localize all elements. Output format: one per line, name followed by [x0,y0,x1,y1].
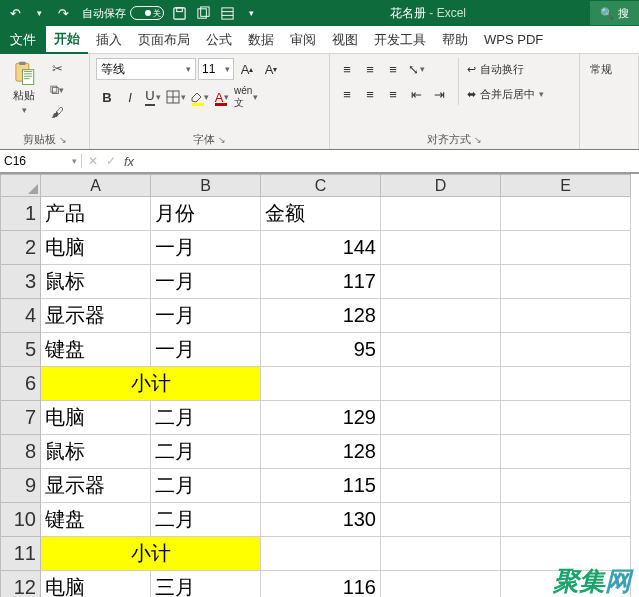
autosave-toggle[interactable]: 自动保存 关 [82,6,164,21]
align-right-button[interactable]: ≡ [382,83,404,105]
cell[interactable] [381,197,501,231]
format-painter-button[interactable]: 🖌 [46,102,68,122]
cell[interactable] [261,537,381,571]
save-icon[interactable] [170,4,188,22]
cell[interactable] [381,299,501,333]
cell[interactable]: 一月 [151,231,261,265]
row-header[interactable]: 8 [1,435,41,469]
cell[interactable] [501,265,631,299]
cell[interactable] [381,571,501,598]
cell[interactable] [501,299,631,333]
cell[interactable]: 130 [261,503,381,537]
cell[interactable] [381,333,501,367]
cell[interactable]: 115 [261,469,381,503]
cell[interactable] [501,469,631,503]
col-header-D[interactable]: D [381,175,501,197]
cell[interactable]: 电脑 [41,401,151,435]
cell[interactable]: 144 [261,231,381,265]
cell[interactable] [381,265,501,299]
font-color-button[interactable]: A▾ [211,86,233,108]
cell[interactable]: 116 [261,571,381,598]
cell[interactable] [501,197,631,231]
cell[interactable] [381,367,501,401]
cell[interactable]: 128 [261,435,381,469]
cell[interactable]: 小计 [41,367,261,401]
tab-1[interactable]: 插入 [88,26,130,54]
enter-icon[interactable]: ✓ [106,154,116,168]
copy-button[interactable]: ⧉▾ [46,80,68,100]
phonetic-button[interactable]: wén文▾ [234,86,258,108]
col-header-C[interactable]: C [261,175,381,197]
row-header[interactable]: 9 [1,469,41,503]
cell[interactable]: 三月 [151,571,261,598]
cell[interactable]: 显示器 [41,299,151,333]
col-header-E[interactable]: E [501,175,631,197]
name-box[interactable]: C16▾ [0,154,82,168]
cell[interactable]: 键盘 [41,333,151,367]
cell[interactable]: 产品 [41,197,151,231]
dialog-launcher-icon[interactable]: ↘ [474,135,482,145]
search-box[interactable]: 🔍 搜 [590,1,639,25]
border-button[interactable]: ▾ [165,86,187,108]
cell[interactable]: 117 [261,265,381,299]
cell[interactable]: 二月 [151,503,261,537]
cell[interactable] [501,333,631,367]
dialog-launcher-icon[interactable]: ↘ [59,135,67,145]
cell[interactable] [381,435,501,469]
tab-4[interactable]: 数据 [240,26,282,54]
cell[interactable] [381,503,501,537]
col-header-B[interactable]: B [151,175,261,197]
row-header[interactable]: 10 [1,503,41,537]
increase-indent-button[interactable]: ⇥ [428,83,450,105]
cell[interactable] [381,469,501,503]
cancel-icon[interactable]: ✕ [88,154,98,168]
undo-button[interactable]: ↶ [6,4,24,22]
tab-3[interactable]: 公式 [198,26,240,54]
paste-button[interactable]: 粘贴 ▾ [6,58,42,117]
cell[interactable] [381,401,501,435]
cell[interactable]: 129 [261,401,381,435]
qat-customize[interactable]: ▾ [242,4,260,22]
cell[interactable]: 键盘 [41,503,151,537]
increase-font-button[interactable]: A▴ [236,58,258,80]
cell[interactable] [501,435,631,469]
cell[interactable] [501,367,631,401]
select-all-corner[interactable] [1,175,41,197]
col-header-A[interactable]: A [41,175,151,197]
cell[interactable]: 128 [261,299,381,333]
decrease-indent-button[interactable]: ⇤ [405,83,427,105]
align-middle-button[interactable]: ≡ [359,58,381,80]
redo-button[interactable]: ↷ [54,4,72,22]
cell[interactable] [501,503,631,537]
cell[interactable] [261,367,381,401]
cell[interactable]: 鼠标 [41,435,151,469]
tab-0[interactable]: 开始 [46,26,88,54]
number-format-select[interactable]: 常规 [586,58,616,80]
tab-9[interactable]: WPS PDF [476,26,551,54]
cell[interactable]: 金额 [261,197,381,231]
cell[interactable]: 二月 [151,469,261,503]
row-header[interactable]: 1 [1,197,41,231]
cell[interactable] [381,231,501,265]
cut-button[interactable]: ✂ [46,58,68,78]
cell[interactable]: 一月 [151,299,261,333]
fill-color-button[interactable]: ▾ [188,86,210,108]
font-size-select[interactable]: 11▾ [198,58,234,80]
cell[interactable]: 月份 [151,197,261,231]
cell[interactable] [381,537,501,571]
undo-dropdown[interactable]: ▾ [30,4,48,22]
row-header[interactable]: 3 [1,265,41,299]
row-header[interactable]: 12 [1,571,41,598]
row-header[interactable]: 2 [1,231,41,265]
tab-6[interactable]: 视图 [324,26,366,54]
merge-center-button[interactable]: ⬌合并后居中▾ [463,83,548,105]
qat-icon-2[interactable] [194,4,212,22]
tab-7[interactable]: 开发工具 [366,26,434,54]
tab-5[interactable]: 审阅 [282,26,324,54]
row-header[interactable]: 11 [1,537,41,571]
row-header[interactable]: 4 [1,299,41,333]
row-header[interactable]: 5 [1,333,41,367]
cell[interactable]: 95 [261,333,381,367]
row-header[interactable]: 7 [1,401,41,435]
orientation-button[interactable]: ⤡▾ [405,58,427,80]
